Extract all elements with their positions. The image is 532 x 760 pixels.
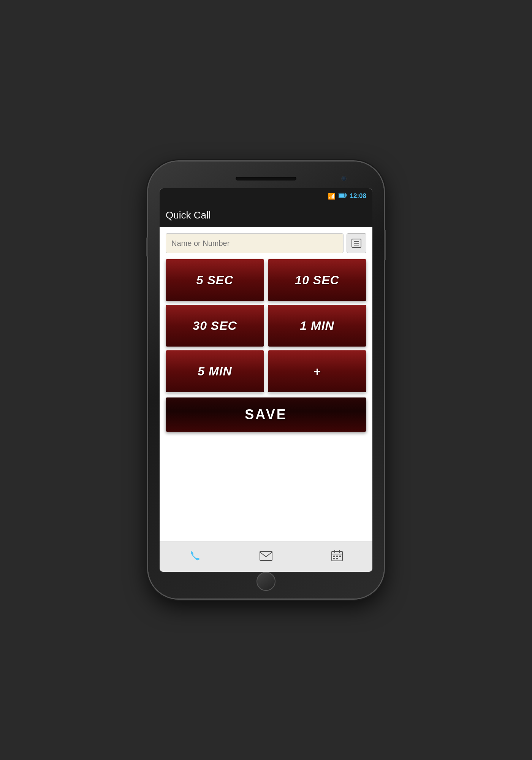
svg-rect-13 [336, 556, 338, 557]
phone-bottom [256, 572, 276, 591]
app-title: Quick Call [166, 209, 211, 221]
phone-device: 📶 12:08 Quick Call [148, 162, 384, 598]
calendar-nav-icon [331, 550, 343, 564]
time-row-3: 5 MIN + [166, 350, 366, 392]
app-header: Quick Call [160, 204, 372, 227]
nav-mail-button[interactable] [251, 542, 281, 572]
contacts-button[interactable] [347, 233, 366, 253]
svg-rect-7 [260, 551, 272, 560]
status-time: 12:08 [350, 192, 366, 200]
save-button[interactable]: SAVE [166, 397, 366, 432]
svg-rect-15 [333, 558, 335, 559]
30sec-button[interactable]: 30 SEC [166, 305, 264, 347]
time-row-2: 30 SEC 1 MIN [166, 305, 366, 347]
wifi-icon: 📶 [328, 193, 336, 200]
nav-calendar-button[interactable] [322, 542, 352, 572]
svg-rect-14 [339, 556, 341, 557]
camera [341, 176, 347, 181]
search-row [166, 233, 366, 253]
phone-screen: 📶 12:08 Quick Call [160, 188, 372, 572]
volume-button[interactable] [146, 238, 148, 256]
search-input[interactable] [166, 233, 344, 253]
svg-rect-16 [336, 558, 338, 559]
svg-rect-2 [339, 194, 344, 197]
home-button[interactable] [256, 572, 276, 591]
phone-nav-icon [189, 550, 201, 564]
svg-rect-12 [333, 556, 335, 557]
bottom-navigation [160, 542, 372, 572]
mail-nav-icon [260, 551, 272, 564]
10sec-button[interactable]: 10 SEC [268, 259, 366, 301]
custom-button[interactable]: + [268, 350, 366, 392]
app-content: 5 SEC 10 SEC 30 SEC 1 MIN 5 MIN + SAVE [160, 227, 372, 542]
power-button[interactable] [384, 230, 386, 260]
5sec-button[interactable]: 5 SEC [166, 259, 264, 301]
bottom-spacer [166, 438, 366, 535]
svg-rect-1 [345, 194, 347, 196]
status-bar: 📶 12:08 [160, 188, 372, 204]
speaker [236, 177, 296, 180]
nav-phone-button[interactable] [180, 542, 210, 572]
5min-button[interactable]: 5 MIN [166, 350, 264, 392]
time-row-1: 5 SEC 10 SEC [166, 259, 366, 301]
battery-icon [339, 193, 347, 200]
phone-top [155, 169, 377, 188]
1min-button[interactable]: 1 MIN [268, 305, 366, 347]
